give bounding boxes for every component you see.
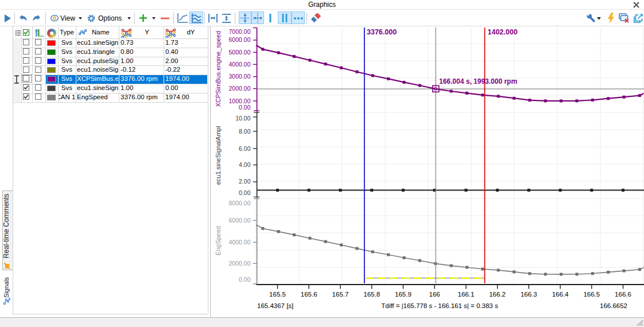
- svg-text:6000.00: 6000.00: [229, 217, 251, 224]
- svg-text:3376.000: 3376.000: [367, 28, 397, 36]
- svg-text:166.6: 166.6: [615, 291, 631, 298]
- svg-text:2.00: 2.00: [239, 178, 251, 185]
- svg-text:6000.00: 6000.00: [229, 36, 251, 43]
- svg-text:165.8: 165.8: [363, 291, 380, 298]
- svg-text:165.5: 165.5: [269, 291, 286, 298]
- svg-text:1402.000: 1402.000: [488, 28, 518, 36]
- svg-text:0.00: 0.00: [239, 189, 251, 196]
- svg-text:166.5: 166.5: [583, 291, 600, 298]
- svg-text:4000.00: 4000.00: [229, 61, 251, 68]
- svg-text:EngSpeed: EngSpeed: [215, 226, 222, 255]
- svg-text:166.4: 166.4: [552, 291, 569, 298]
- svg-text:165.9: 165.9: [395, 291, 412, 298]
- svg-text:4000.00: 4000.00: [229, 239, 251, 246]
- svg-text:166.2: 166.2: [489, 291, 506, 298]
- svg-text:8.00: 8.00: [239, 128, 251, 135]
- svg-text:165.7: 165.7: [332, 291, 349, 298]
- svg-text:3000.00: 3000.00: [229, 73, 251, 80]
- svg-text:165.6: 165.6: [301, 291, 317, 298]
- svg-text:166.6652: 166.6652: [600, 302, 627, 309]
- svg-text:6.00: 6.00: [239, 145, 251, 152]
- svg-text:7000.00: 7000.00: [229, 28, 251, 35]
- svg-text:10.00: 10.00: [235, 115, 250, 122]
- svg-text:166.004 s, 1993.000 rpm: 166.004 s, 1993.000 rpm: [439, 77, 517, 85]
- svg-text:2000.00: 2000.00: [229, 85, 251, 92]
- svg-text:XCPSimBus.engine_speed: XCPSimBus.engine_speed: [215, 31, 222, 107]
- svg-text:Tdiff = |165.778 s - 166.161 s: Tdiff = |165.778 s - 166.161 s| = 0.383 …: [381, 302, 498, 309]
- svg-text:165.4367 [s]: 165.4367 [s]: [257, 302, 293, 309]
- svg-text:1000.00: 1000.00: [229, 98, 251, 104]
- svg-text:0.00: 0.00: [239, 104, 251, 111]
- svg-text:2000.00: 2000.00: [229, 260, 251, 267]
- svg-text:0.00: 0.00: [239, 276, 251, 283]
- svg-text:166: 166: [429, 291, 440, 298]
- svg-text:5000.00: 5000.00: [229, 49, 251, 56]
- svg-text:166.1: 166.1: [458, 291, 475, 298]
- svg-text:ecu1.sineSignalAmpl: ecu1.sineSignalAmpl: [215, 126, 222, 185]
- svg-text:8000.00: 8000.00: [229, 200, 251, 207]
- svg-text:4.00: 4.00: [239, 161, 251, 168]
- svg-text:166.3: 166.3: [521, 291, 537, 298]
